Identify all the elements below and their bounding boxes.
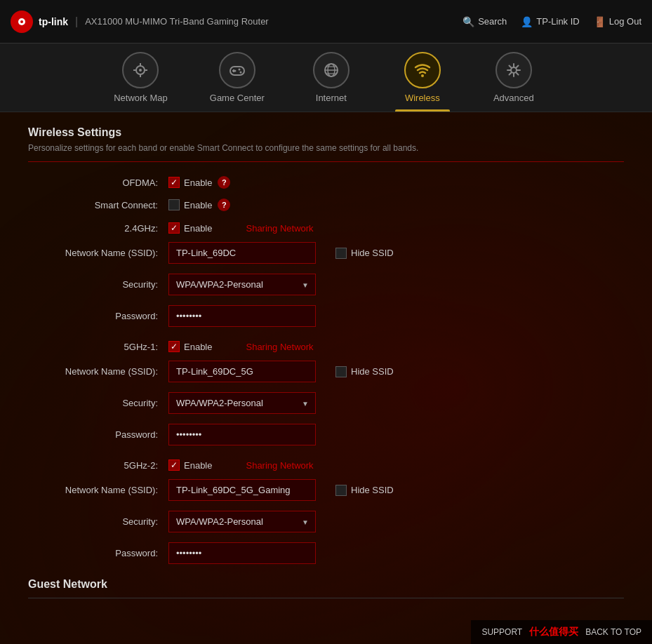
section-title: Wireless Settings: [28, 126, 624, 139]
ofdma-help-icon[interactable]: ?: [218, 176, 230, 189]
footer: SUPPORT 什么值得买 BACK TO TOP: [471, 620, 652, 644]
network-name-row-2.4ghz: Network Name (SSID): Hide SSID: [28, 242, 624, 264]
network-name-label-2.4ghz: Network Name (SSID):: [28, 248, 168, 258]
password-input-2.4ghz[interactable]: [168, 305, 316, 327]
ofdma-checkbox-container[interactable]: Enable: [168, 177, 212, 188]
band-enable-text-5ghz-1: Enable: [184, 342, 212, 352]
nav-item-game-center[interactable]: Game Center: [189, 43, 286, 112]
nav-label-game-center: Game Center: [210, 93, 265, 103]
hide-ssid-label-5ghz-2: Hide SSID: [351, 485, 394, 495]
nav-label-network-map: Network Map: [114, 93, 168, 103]
band-enable-checkbox-2.4ghz[interactable]: Enable: [168, 222, 212, 234]
nav-item-advanced[interactable]: Advanced: [468, 43, 559, 112]
svg-point-2: [20, 20, 23, 23]
smart-connect-label: Smart Connect:: [28, 200, 168, 210]
search-label: Search: [478, 16, 507, 27]
logout-label: Log Out: [609, 16, 641, 27]
band-header-2.4ghz: 2.4GHz: Enable Sharing Network: [28, 222, 624, 234]
svg-point-21: [511, 67, 517, 73]
band-header-5ghz-2: 5GHz-2: Enable Sharing Network: [28, 459, 624, 471]
logo-icon: [11, 11, 33, 33]
network-name-group-5ghz-1: Hide SSID: [168, 361, 394, 382]
smart-connect-row: Smart Connect: Enable ?: [28, 199, 624, 211]
nav-item-wireless[interactable]: Wireless: [377, 43, 468, 112]
band-enable-checkbox-5ghz-1[interactable]: Enable: [168, 341, 212, 352]
search-button[interactable]: 🔍 Search: [463, 16, 507, 27]
network-name-group-5ghz-2: Hide SSID: [168, 479, 394, 501]
band-section-5ghz-1: 5GHz-1: Enable Sharing Network Network N…: [28, 341, 624, 445]
nav-icon-advanced: [495, 52, 532, 88]
security-select-wrapper-2.4ghz: WPA/WPA2-PersonalWPA2-PersonalWPA3-Perso…: [168, 274, 316, 295]
header-divider: |: [75, 15, 78, 28]
section-subtitle: Personalize settings for each band or en…: [28, 143, 624, 162]
smart-connect-checkbox-container[interactable]: Enable: [168, 199, 212, 210]
password-row-2.4ghz: Password:: [28, 305, 624, 327]
network-name-group-2.4ghz: Hide SSID: [168, 242, 394, 264]
band-section-5ghz-2: 5GHz-2: Enable Sharing Network Network N…: [28, 459, 624, 564]
nav-label-internet: Internet: [316, 93, 347, 103]
security-label-2.4ghz: Security:: [28, 279, 168, 290]
hide-ssid-label-2.4ghz: Hide SSID: [351, 248, 394, 258]
ofdma-checkbox[interactable]: [168, 177, 180, 188]
nav-item-internet[interactable]: Internet: [286, 43, 377, 112]
network-name-input-5ghz-1[interactable]: [168, 361, 316, 382]
tplink-id-button[interactable]: 👤 TP-Link ID: [521, 16, 579, 27]
nav-label-advanced: Advanced: [493, 93, 534, 103]
ofdma-enable-label: Enable: [184, 177, 212, 188]
sharing-network-link-2.4ghz[interactable]: Sharing Network: [246, 223, 313, 234]
sharing-network-link-5ghz-1[interactable]: Sharing Network: [246, 342, 313, 352]
nav-icon-network-map: [122, 52, 159, 88]
band-enable-group-5ghz-1: Enable Sharing Network: [168, 341, 314, 352]
svg-point-4: [139, 69, 142, 72]
nav-item-network-map[interactable]: Network Map: [93, 43, 189, 112]
smart-connect-controls: Enable ?: [168, 199, 230, 211]
sharing-network-link-5ghz-2[interactable]: Sharing Network: [246, 460, 313, 471]
logout-button[interactable]: 🚪 Log Out: [594, 16, 641, 27]
logo-text: tp-link: [39, 16, 68, 27]
security-select-5ghz-1[interactable]: WPA/WPA2-PersonalWPA2-PersonalWPA3-Perso…: [168, 392, 316, 414]
band-checkbox-5ghz-2[interactable]: [168, 459, 180, 471]
search-icon: 🔍: [463, 16, 474, 27]
ofdma-controls: Enable ?: [168, 176, 230, 189]
password-row-5ghz-2: Password:: [28, 542, 624, 564]
password-input-5ghz-2[interactable]: [168, 542, 316, 564]
password-row-5ghz-1: Password:: [28, 424, 624, 445]
password-label-2.4ghz: Password:: [28, 311, 168, 321]
network-name-input-5ghz-2[interactable]: [168, 479, 316, 501]
smart-connect-checkbox[interactable]: [168, 199, 180, 210]
network-name-input-2.4ghz[interactable]: [168, 242, 316, 264]
security-select-2.4ghz[interactable]: WPA/WPA2-PersonalWPA2-PersonalWPA3-Perso…: [168, 274, 316, 295]
network-name-label-5ghz-2: Network Name (SSID):: [28, 485, 168, 495]
nav-icon-wireless: [404, 52, 441, 88]
nav-label-wireless: Wireless: [405, 93, 440, 103]
hide-ssid-checkbox-2.4ghz[interactable]: [335, 248, 347, 259]
product-name: AX11000 MU-MIMO Tri-Band Gaming Router: [85, 16, 269, 27]
svg-point-12: [239, 72, 241, 74]
hide-ssid-checkbox-5ghz-2[interactable]: [335, 485, 347, 496]
band-enable-checkbox-5ghz-2[interactable]: Enable: [168, 459, 212, 471]
band-header-5ghz-1: 5GHz-1: Enable Sharing Network: [28, 341, 624, 352]
band-enable-group-2.4ghz: Enable Sharing Network: [168, 222, 314, 234]
password-label-5ghz-2: Password:: [28, 548, 168, 558]
network-name-row-5ghz-1: Network Name (SSID): Hide SSID: [28, 361, 624, 382]
security-select-5ghz-2[interactable]: WPA/WPA2-PersonalWPA2-PersonalWPA3-Perso…: [168, 511, 316, 532]
hide-ssid-group-5ghz-1: Hide SSID: [335, 366, 394, 377]
support-text: SUPPORT: [481, 627, 522, 637]
smart-connect-help-icon[interactable]: ?: [218, 199, 230, 211]
password-input-5ghz-1[interactable]: [168, 424, 316, 445]
smart-connect-enable-label: Enable: [184, 200, 212, 210]
security-row-5ghz-1: Security: WPA/WPA2-PersonalWPA2-Personal…: [28, 392, 624, 414]
band-checkbox-5ghz-1[interactable]: [168, 341, 180, 352]
band-checkbox-2.4ghz[interactable]: [168, 222, 180, 234]
network-name-row-5ghz-2: Network Name (SSID): Hide SSID: [28, 479, 624, 501]
hide-ssid-checkbox-5ghz-1[interactable]: [335, 366, 347, 377]
band-label-2.4ghz: 2.4GHz:: [28, 223, 168, 234]
password-label-5ghz-1: Password:: [28, 429, 168, 440]
security-select-wrapper-5ghz-1: WPA/WPA2-PersonalWPA2-PersonalWPA3-Perso…: [168, 392, 316, 414]
logout-icon: 🚪: [594, 16, 606, 27]
security-label-5ghz-2: Security:: [28, 516, 168, 527]
header: tp-link | AX11000 MU-MIMO Tri-Band Gamin…: [0, 0, 652, 43]
back-to-top[interactable]: BACK TO TOP: [585, 627, 641, 637]
band-enable-text-2.4ghz: Enable: [184, 223, 212, 234]
hide-ssid-group-2.4ghz: Hide SSID: [335, 248, 394, 259]
